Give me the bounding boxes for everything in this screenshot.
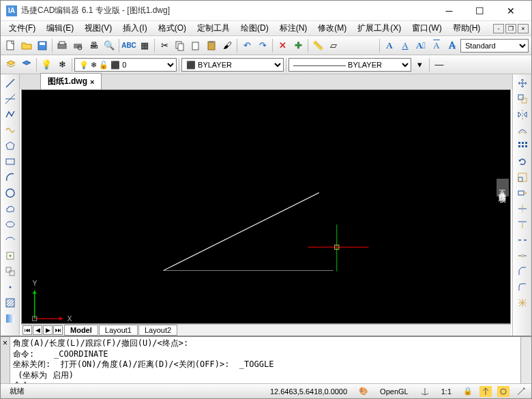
layout-nav-last[interactable]: ⏭: [53, 325, 63, 335]
new-button[interactable]: [3, 38, 18, 53]
oops-button[interactable]: ✚: [291, 38, 306, 53]
polygon-tool[interactable]: [3, 138, 18, 153]
menu-insert[interactable]: 插入(I): [117, 21, 152, 35]
command-scrollbar[interactable]: [520, 337, 531, 383]
linetype-settings-button[interactable]: ▾: [412, 57, 427, 72]
text-style-a4-button[interactable]: A: [429, 38, 444, 53]
find-button[interactable]: 🔍: [102, 38, 117, 53]
move-tool[interactable]: [515, 76, 530, 91]
paste-button[interactable]: [204, 38, 219, 53]
mdi-minimize-button[interactable]: -: [493, 24, 504, 33]
text-style-a2-button[interactable]: A: [398, 38, 413, 53]
extend-tool[interactable]: [515, 217, 530, 232]
menu-view[interactable]: 视图(V): [79, 21, 117, 35]
rectangle-tool[interactable]: [3, 154, 18, 169]
status-annotation1-icon[interactable]: [479, 386, 492, 397]
save-button[interactable]: [35, 38, 50, 53]
layout-nav-prev[interactable]: ◀: [33, 325, 42, 335]
mdi-restore-button[interactable]: ❐: [505, 24, 516, 33]
gradient-tool[interactable]: [3, 311, 18, 326]
hatch-tool[interactable]: [3, 295, 18, 310]
layout-tab-model[interactable]: Model: [64, 325, 98, 336]
layer-manager-button[interactable]: [3, 57, 18, 72]
plot-button[interactable]: 🖶: [86, 38, 101, 53]
status-color-icon[interactable]: 🎨: [357, 386, 370, 397]
menu-dimension[interactable]: 标注(N): [274, 21, 313, 35]
point-tool[interactable]: [3, 280, 18, 295]
join-tool[interactable]: [515, 248, 530, 263]
line-tool[interactable]: [3, 76, 18, 91]
break-tool[interactable]: [515, 233, 530, 248]
stretch-tool[interactable]: [515, 186, 530, 201]
layer-states-button[interactable]: [19, 57, 34, 72]
status-scale[interactable]: 1:1: [437, 386, 456, 397]
menu-format[interactable]: 格式(O): [153, 21, 192, 35]
trim-tool[interactable]: [515, 201, 530, 216]
chamfer-tool[interactable]: [515, 264, 530, 279]
mirror-tool[interactable]: [515, 107, 530, 122]
ellipse-tool[interactable]: [3, 217, 18, 232]
circle-tool[interactable]: [3, 186, 18, 201]
layer-bulb-icon[interactable]: 💡: [39, 57, 54, 72]
text-style-select[interactable]: Standard: [460, 39, 529, 53]
mdi-close-button[interactable]: ×: [518, 24, 529, 33]
status-renderer[interactable]: OpenGL: [375, 386, 413, 397]
array-tool[interactable]: [515, 138, 530, 153]
layer-freeze-icon[interactable]: ❄: [55, 57, 70, 72]
status-ucs-icon[interactable]: [419, 386, 431, 397]
menu-file[interactable]: 文件(F): [3, 21, 41, 35]
area-button[interactable]: ▱: [326, 38, 341, 53]
command-text[interactable]: 角度(A)/长度(L)/跟踪(F)/撤回(U)/<终点>: 命令: _COORD…: [10, 337, 520, 383]
ellipse-arc-tool[interactable]: [3, 233, 18, 248]
menu-modify[interactable]: 修改(M): [312, 21, 352, 35]
cut-button[interactable]: ✂: [157, 38, 172, 53]
print-button[interactable]: [55, 38, 70, 53]
close-button[interactable]: ✕: [495, 1, 526, 20]
spline-tool[interactable]: [3, 123, 18, 138]
lineweight-button[interactable]: —: [432, 57, 447, 72]
scale-tool[interactable]: [515, 170, 530, 185]
status-lock-icon[interactable]: 🔒: [462, 386, 474, 397]
copy-button[interactable]: [173, 38, 188, 53]
rotate-tool[interactable]: [515, 154, 530, 169]
doc-tab-active[interactable]: 图纸1.dwg ×: [40, 73, 102, 89]
color-select[interactable]: ⬛ BYLAYER: [181, 58, 284, 72]
layer-select[interactable]: 💡 ❄ 🔓 ⬛ 0: [74, 58, 177, 72]
status-annotation3-icon[interactable]: [515, 386, 527, 397]
menu-draw[interactable]: 绘图(D): [235, 21, 274, 35]
construction-line-tool[interactable]: [3, 91, 18, 106]
layout-tab-layout1[interactable]: Layout1: [99, 325, 138, 336]
maximize-button[interactable]: ☐: [464, 1, 495, 20]
minimize-button[interactable]: ─: [434, 1, 464, 20]
insert-block-tool[interactable]: [3, 248, 18, 263]
menu-edit[interactable]: 编辑(E): [41, 21, 79, 35]
layout-tab-layout2[interactable]: Layout2: [138, 325, 177, 336]
redo-button[interactable]: ↷: [255, 38, 270, 53]
menu-help[interactable]: 帮助(H): [447, 21, 486, 35]
text-style-a5-button[interactable]: A̶: [445, 38, 460, 53]
explode-tool[interactable]: [515, 295, 530, 310]
text-style-a3-button[interactable]: Aͯ: [413, 38, 428, 53]
open-button[interactable]: [19, 38, 34, 53]
offset-tool[interactable]: [515, 123, 530, 138]
match-properties-button[interactable]: 🖌: [220, 38, 235, 53]
layout-nav-first[interactable]: ⏮: [23, 325, 32, 335]
command-close-icon[interactable]: ×: [1, 337, 10, 383]
polyline-tool[interactable]: [3, 107, 18, 122]
linetype-select[interactable]: ——————— BYLAYER: [289, 58, 411, 72]
copy-with-base-button[interactable]: [188, 38, 203, 53]
doc-tab-close-icon[interactable]: ×: [90, 78, 94, 86]
status-annotation2-icon[interactable]: [497, 386, 509, 397]
revision-cloud-tool[interactable]: [3, 201, 18, 216]
spell-check-button[interactable]: ABC: [121, 38, 136, 53]
layout-nav-next[interactable]: ▶: [43, 325, 53, 335]
tool-palettes-tab[interactable]: 工具选项板: [497, 179, 509, 196]
distance-button[interactable]: 📏: [310, 38, 325, 53]
menu-express-tools[interactable]: 扩展工具(X): [352, 21, 407, 35]
copy-tool[interactable]: [515, 91, 530, 106]
text-style-a1-button[interactable]: A: [382, 38, 397, 53]
menu-window[interactable]: 窗口(W): [407, 21, 447, 35]
undo-button[interactable]: ↶: [239, 38, 254, 53]
fillet-tool[interactable]: [515, 280, 530, 295]
menu-custom-tools[interactable]: 定制工具: [192, 21, 235, 35]
